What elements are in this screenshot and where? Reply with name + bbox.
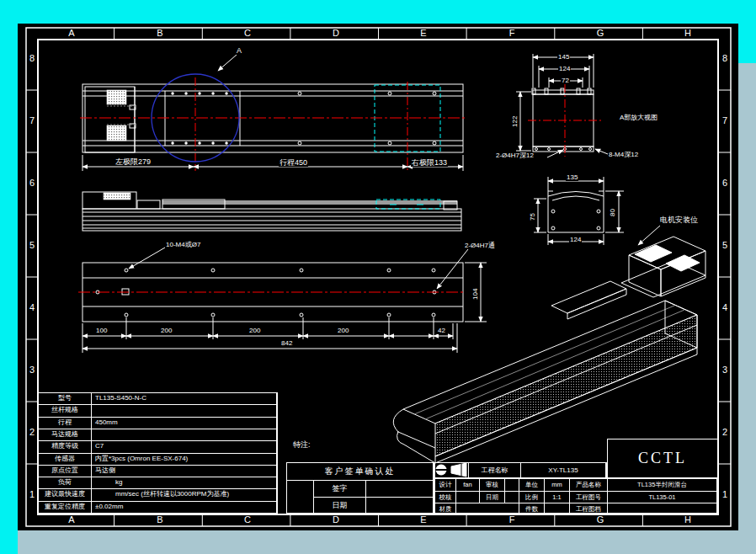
remark-label: 特注: [292,441,311,449]
label-mounting-holes: 10-M4或Ø7 [165,242,201,248]
cad-application-canvas: A B C D E F G H A B C D E F G H 8 7 6 5 … [0,0,756,554]
dim-chain: 200 [160,328,173,334]
zone-col-label: F [507,515,517,525]
projection-symbol-cell [435,463,469,477]
dim-detail-72: 72 [561,77,570,84]
zone-row-label: 5 [27,241,37,250]
spec-value: 马达侧 [92,466,277,477]
isometric-view-drawing[interactable] [393,237,705,463]
zone-col-label: C [242,515,253,525]
zone-col-label: B [155,29,165,38]
sign-label: 签字 [314,481,366,498]
zone-col-label: F [507,29,517,38]
dim-body-width: 104 [472,288,479,301]
customer-signature-box: 客户签单确认处 签字 日期 [286,462,434,514]
zone-row-label: 2 [720,428,730,437]
material-value [456,503,519,514]
label-tap-depth: 8-M4深12 [608,152,639,158]
title-block-row1: 工程名称 XY-TL135 [434,462,607,478]
detail-callout-label: A [236,47,242,55]
signature-box-title: 客户签单确认处 [287,463,434,481]
zone-col-label: E [418,515,429,525]
spec-label: 行程 [39,418,92,429]
motor-highlight [635,245,672,262]
dim-detail-124: 124 [558,66,571,72]
date-label: 日期 [480,492,505,503]
qty-value [545,503,570,514]
top-view-drawing[interactable] [80,55,466,171]
unit-value: mm [545,479,570,492]
zone-row-label: 2 [27,428,37,437]
material-label: 材质 [435,503,456,514]
company-name: CCTL [638,450,687,466]
label-motor-mount: 电机安装位 [659,216,699,224]
project-name-value: XY-TL135 [521,463,606,477]
spec-label: 丝杆规格 [39,405,92,417]
dim-section-80: 80 [610,208,616,217]
review-value [505,479,519,492]
zone-row-label: 6 [27,178,37,188]
dim-left-limit: 左极限279 [114,158,152,166]
product-name-value: TL135半封闭滑台 [608,479,717,492]
zone-col-label: G [595,515,605,525]
sign-field[interactable] [366,481,434,498]
bottom-view-drawing[interactable] [78,248,487,353]
drawing-file-label: 工程图档 [570,503,608,514]
spec-value: ±0.02mm [92,502,277,514]
spec-value [92,405,277,417]
spec-label: 负荷 [39,477,92,489]
zone-row-label: 7 [720,116,730,125]
zone-row-label: 3 [27,365,37,375]
spec-label: 重复定位精度 [39,502,92,514]
scale-label: 比例 [519,492,545,503]
date-value [505,492,519,503]
title-block: 设计 fan 审核 单位 mm 产品名称 TL135半封闭滑台 校核 日期 比例… [434,478,718,514]
spec-value: C7 [92,441,277,453]
dim-detail-145: 145 [557,54,570,61]
zone-col-label: D [331,29,341,38]
spec-value [92,429,277,441]
dim-section-124: 124 [569,237,582,243]
zone-row-label: 1 [27,490,37,499]
spec-value: kg [92,477,277,489]
dim-chain: 100 [95,328,108,334]
spec-label: 建议最快速度 [39,489,92,501]
spec-value: mm/sec (丝杆转速以3000RPM为基准) [92,489,277,501]
zone-row-label: 5 [720,241,730,250]
scale-value: 1:1 [545,492,570,503]
section-view-drawing[interactable] [534,177,660,245]
zone-row-label: 4 [27,303,37,312]
qty-label: 件数 [519,503,545,514]
side-view-drawing[interactable] [83,192,461,231]
zone-col-label: B [155,515,165,525]
detail-a-title: A部放大视图 [619,115,658,121]
dim-chain: 200 [248,328,261,334]
zone-row-label: 4 [720,303,730,312]
review-label: 审核 [480,479,505,492]
product-name-label: 产品名称 [570,479,608,492]
spec-label: 原点位置 [39,466,92,477]
zone-row-label: 8 [720,54,730,63]
date-field[interactable] [366,498,434,514]
dim-right-limit: 右极限133 [411,159,448,167]
zone-row-label: 3 [720,365,730,375]
dim-chain: 200 [337,328,349,334]
dim-section-135: 135 [566,174,578,181]
dim-section-75: 75 [530,212,536,221]
spec-value: 内置*3pcs (Omron EE-SX-674) [92,454,277,466]
drawing-no-value: TL135-01 [608,492,717,503]
zone-col-label: C [242,29,253,38]
zone-row-label: 8 [27,54,37,63]
dim-detail-122: 122 [512,115,519,128]
spec-value: TL135-S450-N-C [92,393,277,405]
label-dowel-holes: 2-Ø4H7通 [464,242,496,249]
zone-row-label: 1 [720,490,730,499]
zone-col-label: G [595,29,605,38]
motor-highlight [666,255,700,271]
spec-value: 450mm [92,418,277,429]
dim-stroke: 行程450 [279,159,308,167]
dim-total-length: 842 [280,340,293,347]
zone-col-label: E [418,29,429,38]
signature-area[interactable] [287,481,314,514]
project-name-label: 工程名称 [469,463,521,477]
